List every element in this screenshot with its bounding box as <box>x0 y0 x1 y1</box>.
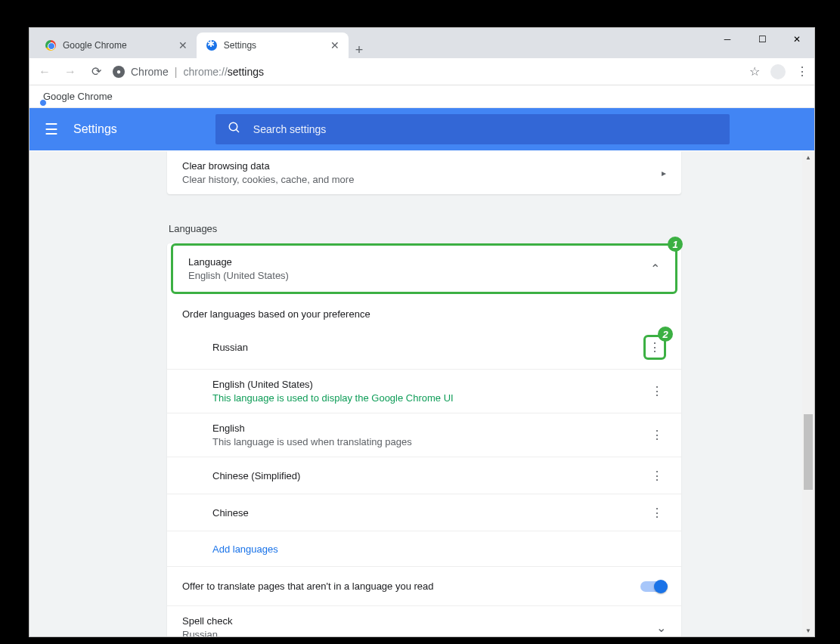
omnibox[interactable]: ● Chrome | chrome://settings <box>113 66 742 78</box>
clear-browsing-data-row[interactable]: Clear browsing data Clear history, cooki… <box>167 151 681 194</box>
language-note: This language is used when translating p… <box>212 436 412 447</box>
forward-button[interactable]: → <box>61 63 79 81</box>
search-icon <box>228 121 241 138</box>
bookmark-star-icon[interactable]: ☆ <box>749 64 760 79</box>
tab-settings[interactable]: Settings ✕ <box>197 33 349 58</box>
menu-icon[interactable]: ☰ <box>45 120 58 138</box>
tab-title: Google Chrome <box>63 40 127 51</box>
profile-avatar[interactable] <box>770 64 786 79</box>
language-options-button[interactable]: ⋮ 2 <box>643 335 666 360</box>
language-name: Chinese (Simplified) <box>212 470 300 481</box>
language-row-english: English This language is used when trans… <box>167 413 681 457</box>
languages-card: Language English (United States) ⌃ 1 Ord… <box>167 243 681 636</box>
title-bar: Google Chrome ✕ Settings ✕ + ─ ☐ ✕ <box>29 28 814 58</box>
row-label: Offer to translate pages that aren't in … <box>182 581 434 592</box>
language-name: English (United States) <box>212 379 454 390</box>
scroll-thumb[interactable] <box>804 414 813 490</box>
back-button[interactable]: ← <box>36 63 54 81</box>
language-options-button[interactable]: ⋮ <box>648 503 666 522</box>
browser-window: Google Chrome ✕ Settings ✕ + ─ ☐ ✕ ← → ⟳… <box>29 27 815 637</box>
offer-translate-row: Offer to translate pages that aren't in … <box>167 566 681 605</box>
language-options-button[interactable]: ⋮ <box>648 426 666 444</box>
tab-title: Settings <box>224 40 256 51</box>
scrollbar[interactable]: ▲ ▼ <box>802 151 814 636</box>
language-name: Chinese <box>212 507 249 519</box>
languages-order-hint: Order languages based on your preference <box>167 298 681 326</box>
chevron-right-icon: ▸ <box>662 168 666 178</box>
url-path: chrome:// <box>183 66 227 78</box>
row-title: Spell check <box>182 615 232 627</box>
close-button[interactable]: ✕ <box>780 28 814 51</box>
tab-google-chrome[interactable]: Google Chrome ✕ <box>36 33 197 58</box>
row-title: Clear browsing data <box>182 160 354 172</box>
language-note: This language is used to display the Goo… <box>212 392 454 404</box>
search-settings-input[interactable]: Search settings <box>215 114 730 144</box>
chrome-icon <box>45 39 57 51</box>
settings-header: ☰ Settings Search settings <box>29 108 814 150</box>
window-controls: ─ ☐ ✕ <box>710 28 814 51</box>
language-options-button[interactable]: ⋮ <box>648 466 666 485</box>
close-tab-icon[interactable]: ✕ <box>330 39 339 51</box>
language-row-english-us: English (United States) This language is… <box>167 370 681 413</box>
bookmark-item[interactable]: Google Chrome <box>43 91 113 102</box>
row-title: Language <box>188 256 289 268</box>
address-bar: ← → ⟳ ● Chrome | chrome://settings ☆ ⋮ <box>29 58 814 85</box>
spell-check-row[interactable]: Spell check Russian ⌄ <box>167 605 681 636</box>
gear-icon <box>206 39 218 51</box>
svg-point-0 <box>229 122 237 131</box>
reload-button[interactable]: ⟳ <box>87 63 105 81</box>
row-subtitle: Russian <box>182 629 232 636</box>
bookmarks-bar: Google Chrome <box>29 85 814 108</box>
row-subtitle: Clear history, cookies, cache, and more <box>182 174 354 185</box>
search-placeholder: Search settings <box>253 123 327 135</box>
section-heading-languages: Languages <box>169 223 681 234</box>
scroll-up-arrow[interactable]: ▲ <box>802 151 814 163</box>
language-row-chinese-simplified: Chinese (Simplified) ⋮ <box>167 457 681 494</box>
page-title: Settings <box>73 122 117 136</box>
row-subtitle: English (United States) <box>188 270 289 281</box>
add-languages-row: Add languages <box>167 531 681 566</box>
translate-toggle[interactable] <box>640 581 666 592</box>
callout-badge-2: 2 <box>658 327 673 342</box>
chevron-down-icon: ⌄ <box>656 621 666 635</box>
language-options-button[interactable]: ⋮ <box>648 382 666 401</box>
close-tab-icon[interactable]: ✕ <box>178 39 188 51</box>
chevron-up-icon: ⌃ <box>650 262 660 276</box>
minimize-button[interactable]: ─ <box>710 28 745 51</box>
language-row-chinese: Chinese ⋮ <box>167 494 681 531</box>
toolbar-right: ☆ ⋮ <box>749 64 808 79</box>
language-name: Russian <box>212 342 248 353</box>
add-languages-link[interactable]: Add languages <box>212 543 278 555</box>
settings-content: Clear browsing data Clear history, cooki… <box>29 151 814 636</box>
menu-icon[interactable]: ⋮ <box>796 64 808 79</box>
svg-line-1 <box>236 129 239 132</box>
scroll-down-arrow[interactable]: ▼ <box>802 624 814 636</box>
tab-strip: Google Chrome ✕ Settings ✕ + <box>29 28 370 58</box>
language-row-russian: Russian ⋮ 2 <box>167 326 681 370</box>
site-info-icon[interactable]: ● <box>113 66 125 78</box>
url-scheme: Chrome <box>131 66 169 78</box>
url-page: settings <box>228 66 264 78</box>
language-name: English <box>212 423 412 434</box>
url-divider: | <box>175 66 178 78</box>
callout-badge-1: 1 <box>668 237 683 252</box>
new-tab-button[interactable]: + <box>349 42 370 58</box>
maximize-button[interactable]: ☐ <box>745 28 780 51</box>
language-expand-row[interactable]: Language English (United States) ⌃ 1 <box>171 243 677 294</box>
